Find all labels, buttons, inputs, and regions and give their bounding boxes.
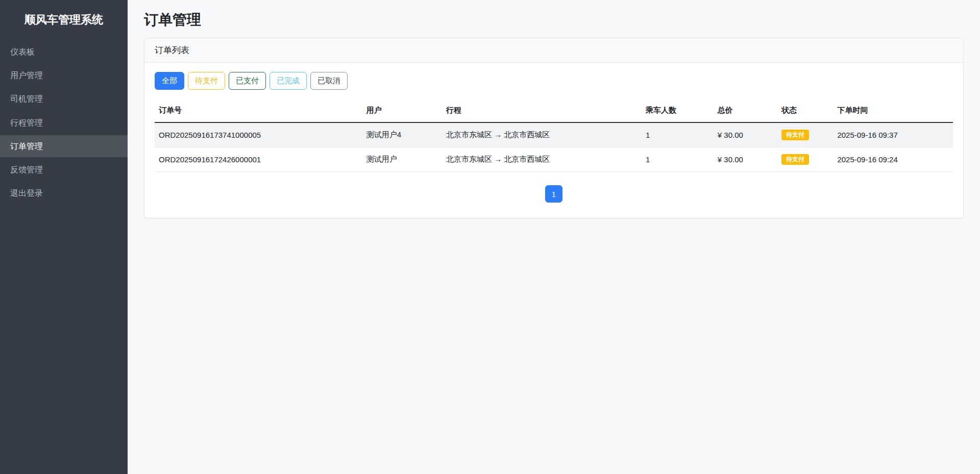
cell-route: 北京市东城区 → 北京市西城区 <box>442 147 642 171</box>
filter-pending-payment-button[interactable]: 待支付 <box>188 72 225 90</box>
sidebar-item-orders[interactable]: 订单管理 <box>0 135 128 157</box>
sidebar-item-trips[interactable]: 行程管理 <box>0 112 128 134</box>
cell-user: 测试用户 <box>362 147 442 171</box>
sidebar-item-drivers[interactable]: 司机管理 <box>0 88 128 110</box>
filter-paid-button[interactable]: 已支付 <box>229 72 266 90</box>
sidebar-item-dashboard[interactable]: 仪表板 <box>0 41 128 63</box>
pagination-page-1-button[interactable]: 1 <box>545 185 562 203</box>
cell-price: ¥ 30.00 <box>714 147 777 171</box>
cell-passengers: 1 <box>642 147 714 171</box>
page-title: 订单管理 <box>144 10 964 30</box>
status-badge: 待支付 <box>781 154 809 165</box>
column-header-user: 用户 <box>362 99 442 122</box>
cell-time: 2025-09-16 09:37 <box>833 122 953 147</box>
cell-price: ¥ 30.00 <box>714 122 777 147</box>
cell-route: 北京市东城区 → 北京市西城区 <box>442 122 642 147</box>
app-title: 顺风车管理系统 <box>0 0 128 39</box>
filter-cancelled-button[interactable]: 已取消 <box>310 72 348 90</box>
filter-completed-button[interactable]: 已完成 <box>270 72 307 90</box>
cell-order-no: ORD20250916173741000005 <box>155 122 362 147</box>
column-header-passengers: 乘车人数 <box>642 99 714 122</box>
column-header-route: 行程 <box>442 99 642 122</box>
main-content: 订单管理 订单列表 全部 待支付 已支付 已完成 已取消 订单号 用户 行程 乘… <box>128 0 980 474</box>
cell-time: 2025-09-16 09:24 <box>833 147 953 171</box>
status-filters: 全部 待支付 已支付 已完成 已取消 <box>155 72 953 90</box>
cell-status: 待支付 <box>777 147 833 171</box>
sidebar-item-users[interactable]: 用户管理 <box>0 64 128 86</box>
sidebar: 顺风车管理系统 仪表板 用户管理 司机管理 行程管理 订单管理 反馈管理 退出登… <box>0 0 128 474</box>
column-header-time: 下单时间 <box>833 99 953 122</box>
orders-table: 订单号 用户 行程 乘车人数 总价 状态 下单时间 ORD20250916173… <box>155 99 953 172</box>
cell-status: 待支付 <box>777 122 833 147</box>
table-row: ORD20250916173741000005 测试用户4 北京市东城区 → 北… <box>155 122 953 147</box>
table-header-row: 订单号 用户 行程 乘车人数 总价 状态 下单时间 <box>155 99 953 122</box>
card-header-title: 订单列表 <box>144 38 963 63</box>
card-body: 全部 待支付 已支付 已完成 已取消 订单号 用户 行程 乘车人数 总价 状态 … <box>144 63 963 218</box>
cell-user: 测试用户4 <box>362 122 442 147</box>
status-badge: 待支付 <box>781 130 809 140</box>
column-header-status: 状态 <box>777 99 833 122</box>
filter-all-button[interactable]: 全部 <box>155 72 184 90</box>
cell-order-no: ORD20250916172426000001 <box>155 147 362 171</box>
pagination: 1 <box>155 185 953 203</box>
sidebar-item-feedback[interactable]: 反馈管理 <box>0 159 128 181</box>
cell-passengers: 1 <box>642 122 714 147</box>
sidebar-nav: 仪表板 用户管理 司机管理 行程管理 订单管理 反馈管理 退出登录 <box>0 41 128 204</box>
sidebar-item-logout[interactable]: 退出登录 <box>0 182 128 204</box>
table-row: ORD20250916172426000001 测试用户 北京市东城区 → 北京… <box>155 147 953 171</box>
column-header-order-no: 订单号 <box>155 99 362 122</box>
orders-card: 订单列表 全部 待支付 已支付 已完成 已取消 订单号 用户 行程 乘车人数 总… <box>144 38 964 218</box>
column-header-price: 总价 <box>714 99 777 122</box>
